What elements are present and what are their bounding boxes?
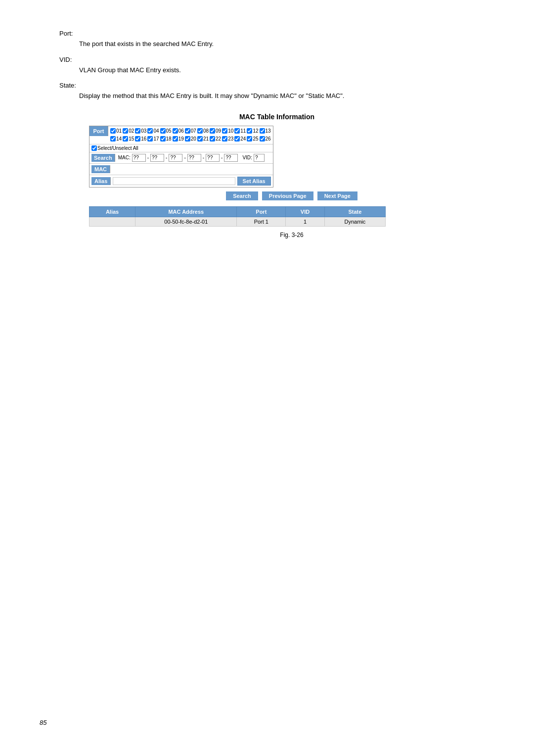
mac-field-1[interactable]	[132, 154, 146, 162]
table-header-row: Alias MAC Address Port VID State	[89, 206, 386, 217]
cb-21[interactable]: 21	[197, 135, 209, 143]
result-table-container: Alias MAC Address Port VID State 00-50-f…	[89, 206, 494, 227]
dash3: -	[184, 155, 185, 160]
vid-desc: VLAN Group that MAC Entry exists.	[79, 65, 494, 75]
cb-09[interactable]: 09	[210, 127, 221, 135]
mac-row-label: MAC	[91, 165, 110, 173]
mac-form: Port 01 02 03 04 05 06 07 08 09 10 11 12	[89, 126, 273, 188]
cell-vid: 1	[286, 217, 325, 226]
port-cell-label: Port	[89, 126, 108, 136]
cb-10[interactable]: 10	[222, 127, 233, 135]
cb-05[interactable]: 05	[160, 127, 172, 135]
cb-18[interactable]: 18	[160, 135, 172, 143]
cell-state: Dynamic	[324, 217, 385, 226]
cb-06[interactable]: 06	[173, 127, 184, 135]
vid-field[interactable]	[254, 154, 265, 162]
fig-label: Fig. 3-26	[89, 232, 494, 238]
cb-08[interactable]: 08	[197, 127, 209, 135]
header-port: Port	[237, 206, 286, 217]
alias-input[interactable]	[113, 177, 235, 185]
vid-label-text: VID:	[242, 155, 252, 160]
dash1: -	[147, 155, 149, 160]
header-mac-address: MAC Address	[135, 206, 237, 217]
mac-row: MAC	[89, 163, 273, 175]
cb-25[interactable]: 25	[247, 135, 258, 143]
checkbox-row1: 01 02 03 04 05 06 07 08 09 10 11 12 13	[110, 127, 271, 135]
cb-15[interactable]: 15	[123, 135, 134, 143]
cb-01[interactable]: 01	[110, 127, 122, 135]
cb-04[interactable]: 04	[147, 127, 159, 135]
alias-row-label: Alias	[91, 177, 111, 185]
search-button[interactable]: Search	[226, 191, 258, 200]
header-alias: Alias	[89, 206, 135, 217]
checkbox-row2: 14 15 16 17 18 19 20 21 22 23 24 25 26	[110, 135, 271, 143]
select-unselect-row: Select/Unselect All	[89, 144, 273, 152]
cb-17[interactable]: 17	[147, 135, 159, 143]
alias-row: Alias Set Alias	[89, 175, 273, 187]
state-desc: Display the method that this MAC Entry i…	[79, 91, 494, 101]
port-row: Port 01 02 03 04 05 06 07 08 09 10 11 12	[89, 126, 273, 144]
cb-07[interactable]: 07	[185, 127, 196, 135]
vid-section: VID: VLAN Group that MAC Entry exists.	[59, 56, 494, 75]
cb-22[interactable]: 22	[210, 135, 221, 143]
previous-page-button[interactable]: Previous Page	[262, 191, 313, 200]
set-alias-button[interactable]: Set Alias	[237, 177, 271, 186]
search-cell-label: Search	[91, 154, 115, 162]
mac-field-2[interactable]	[150, 154, 164, 162]
mac-table-title: MAC Table Information	[59, 113, 494, 121]
vid-label: VID:	[59, 56, 494, 63]
dash5: -	[221, 155, 222, 160]
page-number: 85	[40, 719, 46, 726]
cb-12[interactable]: 12	[247, 127, 258, 135]
header-state: State	[324, 206, 385, 217]
cb-11[interactable]: 11	[234, 127, 246, 135]
cb-03[interactable]: 03	[135, 127, 146, 135]
cb-23[interactable]: 23	[222, 135, 233, 143]
next-page-button[interactable]: Next Page	[317, 191, 357, 200]
state-label: State:	[59, 82, 494, 89]
cell-mac-address: 00-50-fc-8e-d2-01	[135, 217, 237, 226]
state-section: State: Display the method that this MAC …	[59, 82, 494, 101]
page: Port: The port that exists in the search…	[0, 0, 534, 756]
mac-field-label: MAC:	[118, 155, 131, 160]
action-buttons-row: Search Previous Page Next Page	[89, 191, 494, 200]
mac-field-6[interactable]	[224, 154, 238, 162]
cb-26[interactable]: 26	[260, 135, 271, 143]
cb-24[interactable]: 24	[234, 135, 246, 143]
result-table: Alias MAC Address Port VID State 00-50-f…	[89, 206, 386, 227]
mac-field-3[interactable]	[169, 154, 182, 162]
select-unselect-all-checkbox[interactable]: Select/Unselect All	[91, 145, 138, 151]
search-row: Search MAC: - - - - - VID:	[89, 152, 273, 163]
mac-field-4[interactable]	[187, 154, 201, 162]
select-unselect-label: Select/Unselect All	[97, 145, 138, 151]
mac-field-5[interactable]	[206, 154, 220, 162]
cb-13[interactable]: 13	[260, 127, 271, 135]
table-row: 00-50-fc-8e-d2-01 Port 1 1 Dynamic	[89, 217, 386, 226]
port-label: Port:	[59, 30, 494, 37]
dash2: -	[166, 155, 167, 160]
port-section: Port: The port that exists in the search…	[59, 30, 494, 49]
cb-02[interactable]: 02	[123, 127, 134, 135]
cb-14[interactable]: 14	[110, 135, 122, 143]
cell-alias	[89, 217, 135, 226]
cb-20[interactable]: 20	[185, 135, 196, 143]
cell-port: Port 1	[237, 217, 286, 226]
cb-16[interactable]: 16	[135, 135, 146, 143]
cb-19[interactable]: 19	[173, 135, 184, 143]
dash4: -	[203, 155, 204, 160]
port-checkboxes: 01 02 03 04 05 06 07 08 09 10 11 12 13	[108, 126, 273, 144]
port-desc: The port that exists in the searched MAC…	[79, 39, 494, 49]
header-vid: VID	[286, 206, 325, 217]
